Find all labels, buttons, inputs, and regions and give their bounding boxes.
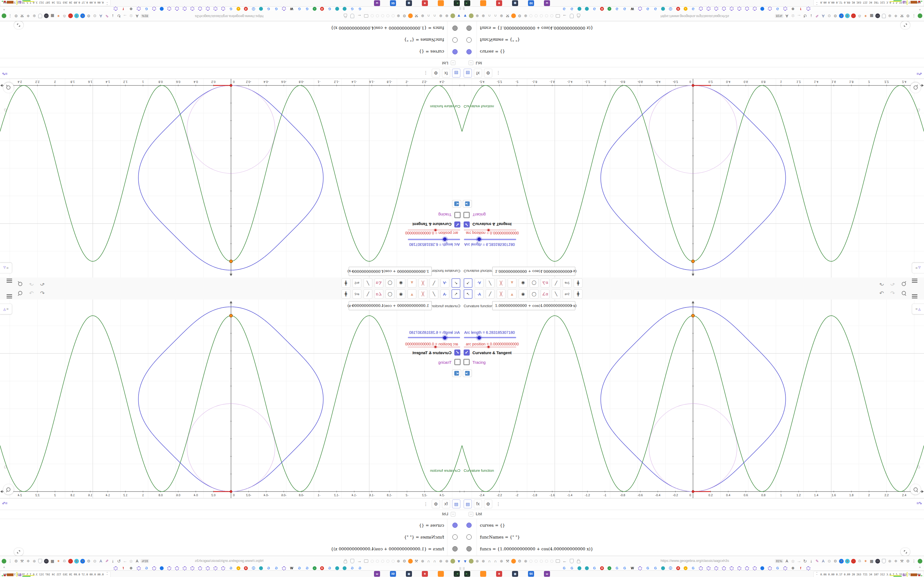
permission-dot-icon[interactable] — [550, 560, 553, 563]
curvature-tangent-checkbox[interactable]: ✓ — [464, 350, 470, 356]
icon[interactable] — [4, 575, 6, 576]
zoom-level-badge[interactable]: 81% — [141, 559, 149, 563]
tab-google[interactable]: G — [229, 566, 233, 571]
permission-dot-icon[interactable] — [529, 15, 532, 18]
overflow-kebab-icon[interactable]: ⋮ — [8, 559, 12, 564]
tab-site-blue[interactable] — [160, 7, 164, 11]
more-kebab-button[interactable]: ⋮ — [494, 69, 502, 77]
tab-yandex[interactable]: Я — [676, 7, 680, 11]
icon[interactable] — [890, 1, 901, 2]
display-app-icon[interactable]: ▣ — [512, 571, 518, 577]
curvature-tangent-checkbox[interactable]: ✓ — [454, 350, 460, 356]
uo-blocker-icon[interactable]: UO — [876, 14, 880, 18]
visibility-dot[interactable] — [452, 534, 457, 540]
wrench-icon[interactable]: ⚒ — [505, 14, 510, 18]
fullscreen-button[interactable] — [900, 21, 910, 29]
tab-image[interactable]: ▲ — [684, 7, 688, 11]
tab-image[interactable]: ▲ — [684, 566, 688, 570]
globe-icon[interactable]: ⊕ — [438, 559, 443, 564]
tab-geogebra[interactable] — [221, 7, 225, 11]
tab-overflow-chevron[interactable]: ^ — [919, 566, 921, 570]
gear-icon[interactable]: ⚙ — [833, 559, 838, 564]
translate-icon[interactable]: A — [135, 559, 139, 564]
tracing-checkbox[interactable] — [464, 359, 470, 365]
globe-icon[interactable]: ⊕ — [396, 14, 401, 18]
container-folder-icon[interactable] — [364, 14, 368, 18]
tab-geogebra[interactable] — [745, 7, 749, 11]
globe-icon[interactable]: ⊕ — [481, 14, 486, 18]
firefox-app-icon[interactable] — [438, 571, 444, 577]
reload-icon[interactable]: ↻ — [116, 14, 121, 18]
tab-google[interactable]: G — [144, 7, 149, 11]
icon[interactable] — [19, 1, 19, 2]
tab-overflow-chevron[interactable]: ^ — [3, 566, 5, 570]
overflow-kebab-icon[interactable]: ⋮ — [912, 559, 916, 564]
tab-geogebra[interactable] — [113, 7, 118, 11]
globe-icon[interactable]: ⊕ — [396, 559, 401, 564]
visibility-dot[interactable] — [467, 49, 472, 55]
floppy64-app-icon[interactable]: 64 — [528, 0, 534, 6]
firefox-icon[interactable] — [408, 14, 413, 18]
reflect-tool[interactable]: ╲ — [552, 278, 561, 288]
circle-tool[interactable]: ◉ — [519, 278, 527, 288]
pushbullet-icon[interactable]: ▾ — [845, 559, 850, 564]
arc-position-slider-knob[interactable] — [434, 228, 437, 232]
download-icon[interactable]: ↓ — [111, 559, 115, 564]
tab-geogebra[interactable] — [722, 566, 726, 571]
tab-site[interactable] — [585, 7, 589, 11]
tab-yandex[interactable]: Я — [676, 566, 680, 570]
tree-view-button[interactable]: ▤ — [452, 69, 460, 77]
tab-google[interactable]: G — [297, 566, 301, 571]
tab-gear[interactable]: ⚙ — [129, 566, 133, 571]
tab-google[interactable]: G — [623, 7, 627, 11]
tab-site[interactable] — [259, 566, 263, 570]
circle-tool[interactable]: ◉ — [397, 278, 405, 288]
icon[interactable] — [23, 1, 34, 2]
algebra-row-curves[interactable]: curves = {} — [0, 519, 462, 532]
mouse-gesture-icon[interactable]: ⊙ — [92, 559, 97, 564]
pencil-icon[interactable]: ✎ — [815, 559, 819, 564]
tab-google[interactable]: G — [562, 566, 566, 571]
search-icon[interactable] — [17, 281, 24, 287]
permission-dot-icon[interactable] — [376, 560, 379, 563]
tab-geogebra[interactable] — [699, 566, 703, 571]
polygon-tool[interactable]: ▲ — [407, 289, 416, 299]
tab-overflow-chevron[interactable]: ^ — [3, 7, 5, 11]
bookmark-star-icon[interactable]: ☆ — [129, 14, 133, 18]
gear-icon[interactable]: ⚙ — [86, 14, 91, 18]
https-lock-icon[interactable] — [343, 14, 348, 18]
tab-wikipedia[interactable]: W — [630, 566, 635, 571]
translate-icon[interactable]: A — [135, 14, 139, 18]
collapse-button[interactable]: – — [468, 60, 473, 65]
tab-google[interactable]: G — [328, 566, 332, 571]
algebra-row-funcnames[interactable]: funcNames = {" "} — [462, 34, 924, 45]
reload-icon[interactable]: ↻ — [803, 559, 808, 564]
pinned-tab-pause-icon[interactable]: || — [463, 567, 465, 570]
zoom-level-badge[interactable]: 81% — [775, 559, 783, 563]
tab-geogebra[interactable] — [806, 7, 811, 11]
permission-dot-icon[interactable] — [550, 15, 553, 18]
algebra-row-funcnames[interactable]: funcNames = {" "} — [0, 34, 462, 45]
tab-yandex[interactable]: Я — [244, 566, 248, 570]
puzzle-icon[interactable]: ❖ — [26, 14, 31, 18]
line-tool[interactable]: ╱ — [486, 278, 494, 288]
tab-yandex[interactable]: Я — [600, 566, 604, 570]
translate-icon[interactable]: A — [785, 14, 789, 18]
line-tool[interactable]: ╱ — [486, 289, 494, 299]
back-icon[interactable]: ← — [357, 14, 362, 18]
recorder-icon[interactable]: TCF — [851, 14, 856, 18]
algebra-row-funcs[interactable]: funcs = {1.000000000000 + cos(4.00000000… — [462, 21, 924, 34]
angle-tool[interactable]: ∠α — [375, 278, 383, 288]
algebra-row-funcnames[interactable]: funcNames = {" "} — [0, 532, 462, 543]
archive-icon[interactable]: ▦ — [869, 14, 874, 18]
headphones-icon[interactable]: ∩ — [493, 14, 498, 18]
archive-icon[interactable]: ▦ — [869, 559, 874, 564]
tab-gear[interactable]: ⚙ — [791, 7, 795, 11]
visibility-dot[interactable] — [452, 49, 457, 55]
firefox-icon[interactable] — [408, 559, 413, 564]
undo-button[interactable]: ↶ — [39, 290, 46, 297]
tracing-checkbox[interactable] — [454, 359, 460, 365]
tab-yandex[interactable]: Я — [600, 7, 604, 11]
tab-geogebra[interactable] — [768, 566, 772, 571]
redo-button[interactable]: ↷ — [889, 290, 896, 297]
